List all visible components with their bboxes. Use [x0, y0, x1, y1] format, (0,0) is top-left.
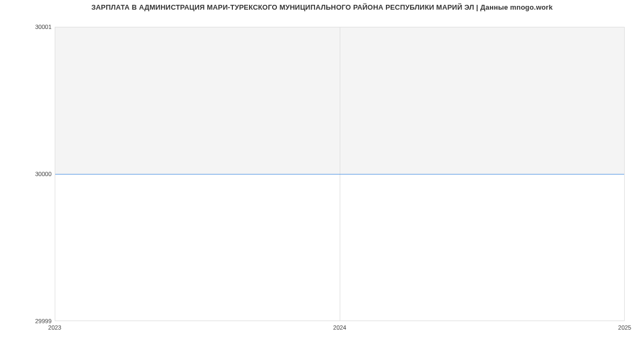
y-tick-label: 30001 [3, 24, 52, 30]
series-line-salary [55, 174, 624, 174]
y-tick-label: 30000 [3, 171, 52, 177]
plot-area [55, 27, 625, 321]
x-tick-label: 2025 [618, 324, 631, 331]
x-tick-label: 2023 [48, 324, 61, 331]
x-tick-label: 2024 [333, 324, 346, 331]
chart-title: ЗАРПЛАТА В АДМИНИСТРАЦИЯ МАРИ-ТУРЕКСКОГО… [0, 3, 644, 11]
y-tick-label: 29999 [3, 318, 52, 324]
